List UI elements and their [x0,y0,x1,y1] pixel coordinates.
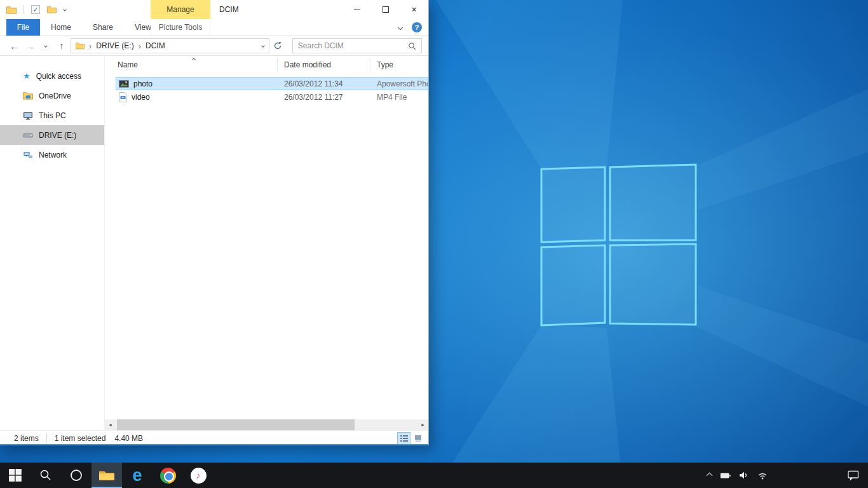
cortana-button[interactable] [61,463,92,488]
window-title: DCIM [219,0,239,19]
file-list-empty-area [105,104,428,419]
help-button[interactable]: ? [412,22,422,32]
sidebar-item-onedrive[interactable]: OneDrive [0,86,104,105]
desktop: ✓ Manage DCIM × File Home Share View Pic… [0,0,868,488]
refresh-icon [273,41,282,50]
tab-home[interactable]: Home [40,19,82,36]
recent-locations-chevron-icon[interactable] [38,44,54,47]
cortana-icon [69,468,83,482]
itunes-icon: ♪ [191,468,207,484]
taskbar-file-explorer-button[interactable] [92,463,122,488]
view-toggle-buttons [397,432,424,445]
scroll-left-icon[interactable]: ◄ [105,419,116,430]
sidebar-item-label: DRIVE (E:) [39,131,76,140]
video-file-icon [119,92,127,102]
breadcrumb-drive[interactable]: DRIVE (E:) [96,41,133,50]
sidebar-item-network[interactable]: Network [0,145,104,165]
sidebar-item-label: Quick access [36,72,81,81]
maximize-icon [383,6,389,13]
sidebar-item-label: OneDrive [39,92,71,100]
taskbar-itunes-button[interactable]: ♪ [183,463,214,488]
properties-icon[interactable]: ✓ [31,5,40,14]
scrollbar-thumb[interactable] [117,419,355,430]
file-rows: photo 26/03/2012 11:34 Apowersoft Pho [105,74,428,104]
start-button[interactable] [0,463,31,488]
taskbar-chrome-button[interactable] [153,463,183,488]
taskbar: e ♪ [0,463,868,488]
scrollbar-track[interactable] [116,419,417,430]
chrome-icon [160,468,176,484]
manage-contextual-tab[interactable]: Manage [151,0,210,19]
file-list-pane: Name Date modified Type photo [105,56,428,430]
tab-picture-tools[interactable]: Picture Tools [151,19,210,36]
forward-button[interactable]: → [22,41,38,51]
column-header-date-modified[interactable]: Date modified [278,58,370,71]
battery-icon[interactable] [720,472,731,479]
customize-toolbar-chevron-icon[interactable] [63,8,67,11]
file-name: video [132,93,150,102]
tab-file[interactable]: File [6,19,40,36]
window-controls: × [342,0,428,19]
navigation-pane: ★ Quick access OneDrive [0,56,105,430]
large-icons-view-icon [414,435,422,442]
address-dropdown-chevron-icon[interactable] [262,44,264,47]
column-header-type[interactable]: Type [370,58,428,71]
location-folder-icon [76,42,85,50]
onedrive-folder-icon [23,92,33,100]
maximize-button[interactable] [371,0,400,19]
horizontal-scrollbar[interactable]: ◄ ► [105,419,428,430]
status-bar: 2 items 1 item selected 4.40 MB [0,430,428,445]
quick-access-toolbar: ✓ [0,5,66,14]
back-button[interactable]: ← [6,41,22,51]
selection-size: 4.40 MB [114,434,143,443]
wifi-icon[interactable] [757,471,768,480]
show-hidden-icons-chevron-icon[interactable] [707,472,713,478]
breadcrumb-dcim[interactable]: DCIM [146,41,165,50]
address-bar-row: ← → ↑ › DRIVE (E:) › DCIM [0,36,428,56]
action-center-button[interactable] [848,463,859,488]
column-header-name[interactable]: Name [105,58,278,71]
edge-icon: e [132,467,142,484]
tab-share[interactable]: Share [82,19,124,36]
taskbar-edge-button[interactable]: e [122,463,153,488]
file-type: Apowersoft Pho [370,79,428,88]
action-center-icon [848,470,859,480]
scroll-right-icon[interactable]: ► [417,419,428,430]
details-view-icon [400,435,408,442]
file-date-modified: 26/03/2012 11:34 [278,79,370,88]
photo-file-icon [119,80,129,88]
music-note-icon: ♪ [196,471,201,480]
search-icon [39,469,52,482]
sidebar-item-this-pc[interactable]: This PC [0,105,104,125]
window-folder-icon [6,6,17,14]
sidebar-item-drive-e[interactable]: DRIVE (E:) [0,125,104,145]
file-row-video[interactable]: video 26/03/2012 11:27 MP4 File [116,90,428,104]
search-input[interactable] [298,41,408,50]
titlebar: ✓ Manage DCIM × [0,0,428,19]
file-explorer-window: ✓ Manage DCIM × File Home Share View Pic… [0,0,429,445]
crumb-separator: › [139,41,141,51]
details-view-button[interactable] [397,432,410,445]
taskbar-search-button[interactable] [31,463,61,488]
sidebar-item-label: This PC [39,111,66,120]
minimize-button[interactable] [342,0,371,19]
up-button[interactable]: ↑ [53,41,69,51]
status-separator [46,433,47,443]
sidebar-item-quick-access[interactable]: ★ Quick access [0,66,104,86]
items-count: 2 items [14,434,39,443]
drive-icon [23,131,33,140]
refresh-button[interactable] [269,41,286,50]
sidebar-item-label: Network [39,151,67,159]
close-button[interactable]: × [400,0,428,19]
column-headers: Name Date modified Type [105,56,428,74]
large-icons-view-button[interactable] [411,432,424,445]
expand-ribbon-chevron-icon[interactable] [398,25,403,30]
new-folder-icon[interactable] [47,6,57,13]
network-icon [23,151,33,159]
volume-icon[interactable] [739,471,749,480]
toolbar-separator [24,5,24,14]
file-row-photo[interactable]: photo 26/03/2012 11:34 Apowersoft Pho [116,77,428,90]
address-bar[interactable]: › DRIVE (E:) › DCIM [71,38,269,53]
file-explorer-icon [98,469,115,482]
search-box[interactable] [292,38,422,53]
